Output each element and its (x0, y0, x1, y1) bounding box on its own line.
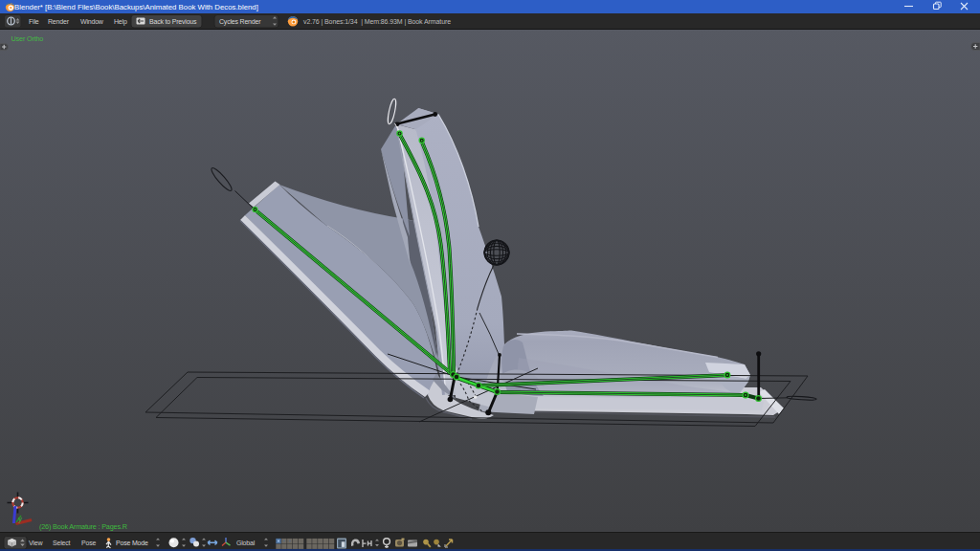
svg-text:User Ortho: User Ortho (11, 34, 44, 43)
svg-text:(26) Book Armature : Pages.R: (26) Book Armature : Pages.R (39, 522, 127, 531)
svg-text:y: y (18, 515, 22, 523)
